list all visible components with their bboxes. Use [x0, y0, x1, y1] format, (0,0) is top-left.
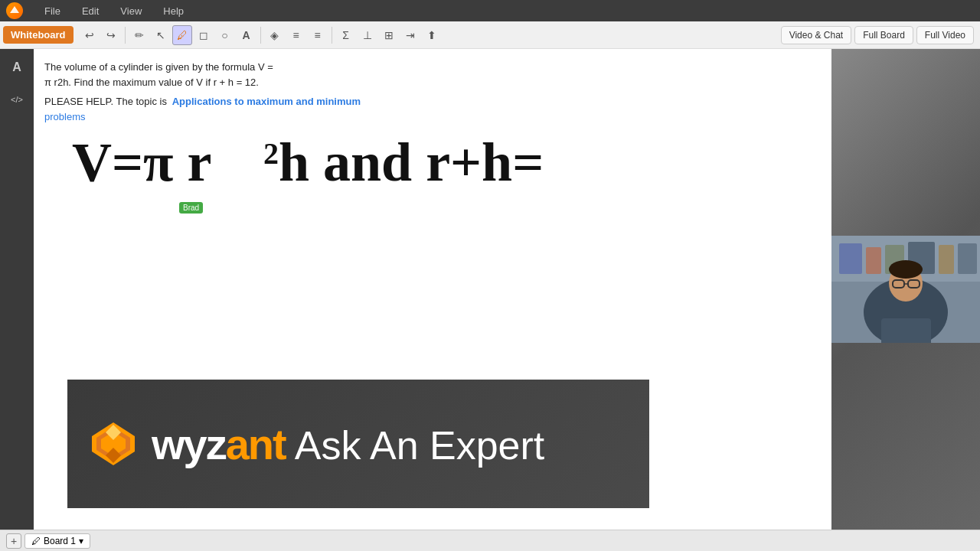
- grid-tool[interactable]: ⊞: [379, 25, 399, 45]
- separator-2: [260, 27, 261, 44]
- redo-button[interactable]: ↪: [101, 25, 121, 45]
- top-right-buttons: Video & Chat Full Board Full Video: [781, 26, 974, 44]
- board-tab-chevron: ▾: [79, 536, 83, 546]
- align-tool[interactable]: ⊥: [358, 25, 377, 45]
- question-line2: π r2h. Find the maximum value of V if r …: [44, 75, 364, 90]
- undo-button[interactable]: ↩: [80, 25, 100, 45]
- svg-point-22: [889, 260, 923, 279]
- wyzant-ant: ant: [226, 420, 286, 468]
- video-panel: [831, 49, 980, 530]
- menu-bar: File Edit View Help: [0, 0, 980, 21]
- question-text: The volume of a cylinder is given by the…: [44, 60, 364, 124]
- svg-text:2: 2: [263, 136, 279, 171]
- wyzant-banner: wyzant Ask An Expert: [67, 380, 649, 508]
- upload-tool[interactable]: ⬆: [422, 25, 442, 45]
- sidebar-icon-a[interactable]: A: [5, 55, 29, 80]
- menu-edit[interactable]: Edit: [77, 4, 103, 18]
- question-line1: The volume of a cylinder is given by the…: [44, 60, 364, 75]
- marker-tool[interactable]: 🖊: [172, 25, 192, 45]
- topic-link2[interactable]: problems: [44, 109, 364, 125]
- please-help-line: PLEASE HELP. The topic is Applications t…: [44, 94, 364, 109]
- pen-tool[interactable]: ✏: [129, 25, 149, 45]
- video-chat-button[interactable]: Video & Chat: [781, 26, 852, 44]
- math-tool[interactable]: Σ: [336, 25, 356, 45]
- separator-3: [332, 27, 332, 44]
- text-tool[interactable]: A: [237, 25, 256, 45]
- svg-rect-16: [958, 243, 977, 274]
- whiteboard-button[interactable]: Whiteboard: [3, 26, 74, 44]
- full-board-button[interactable]: Full Board: [854, 26, 913, 44]
- wyzant-wyz: wyz: [152, 420, 226, 468]
- svg-text:V=π r: V=π r: [72, 132, 211, 193]
- svg-text:h  and  r+h=12: h and r+h=12: [279, 132, 547, 193]
- shape-tool[interactable]: ○: [215, 25, 235, 45]
- topic-link[interactable]: Applications to maximum and minimum: [170, 96, 364, 107]
- toolbar: Whiteboard ↩ ↪ ✏ ↖ 🖊 ◻ ○ A ◈ ≡ ≡ Σ ⊥ ⊞ ⇥…: [0, 21, 980, 49]
- board-tab-icon: 🖊: [31, 536, 41, 546]
- svg-marker-0: [10, 6, 19, 13]
- wyzant-brand: wyzant Ask An Expert: [152, 419, 544, 469]
- menu-file[interactable]: File: [40, 4, 65, 18]
- separator-1: [125, 27, 126, 44]
- select-tool[interactable]: ↖: [151, 25, 171, 45]
- wyzant-ask-expert: Ask An Expert: [295, 422, 545, 468]
- list2-tool[interactable]: ≡: [308, 25, 328, 45]
- please-help-text: PLEASE HELP. The topic is: [44, 96, 167, 107]
- menu-help[interactable]: Help: [158, 4, 188, 18]
- svg-rect-11: [839, 243, 862, 274]
- list-tool[interactable]: ≡: [286, 25, 306, 45]
- full-video-button[interactable]: Full Video: [916, 26, 974, 44]
- eraser-tool[interactable]: ◻: [194, 25, 214, 45]
- import-tool[interactable]: ⇥: [400, 25, 420, 45]
- user-cursor-label: Brad: [179, 202, 203, 214]
- add-board-button[interactable]: +: [6, 533, 21, 549]
- sidebar-icon-code[interactable]: </>: [5, 87, 29, 112]
- video-feed: [831, 49, 980, 530]
- menu-view[interactable]: View: [116, 4, 146, 18]
- board-tab-1[interactable]: 🖊 Board 1 ▾: [24, 533, 90, 549]
- board-tab-name: Board 1: [44, 536, 76, 546]
- person-video: [831, 236, 980, 343]
- app-logo: [6, 2, 23, 19]
- formula-area: V=π r 2 h and r+h=12: [72, 126, 547, 205]
- laser-tool[interactable]: ◈: [265, 25, 285, 45]
- wyzant-logo: [90, 421, 136, 467]
- left-sidebar: A </>: [0, 49, 34, 530]
- canvas-area[interactable]: The volume of a cylinder is given by the…: [34, 49, 831, 530]
- formula-svg: V=π r 2 h and r+h=12: [72, 126, 547, 202]
- main-area: A </> The volume of a cylinder is given …: [0, 49, 980, 530]
- svg-rect-23: [881, 318, 931, 343]
- svg-rect-15: [939, 245, 954, 274]
- svg-rect-12: [866, 247, 881, 274]
- bottom-bar: + 🖊 Board 1 ▾: [0, 530, 980, 551]
